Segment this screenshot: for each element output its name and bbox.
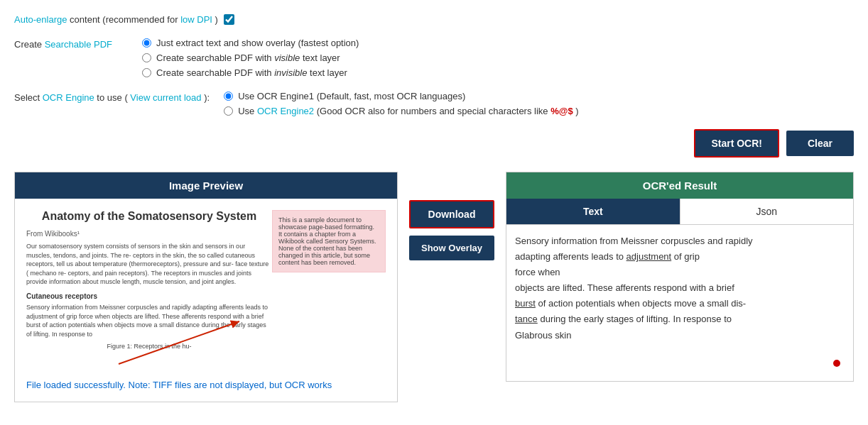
pdf-option-1: Just extract text and show overlay (fast… <box>142 38 359 48</box>
engine-option-1-label: Use OCR Engine1 (Default, fast, most OCR… <box>238 91 465 101</box>
auto-enlarge-row: Auto-enlarge content (recommended for lo… <box>14 14 854 25</box>
engine-options-group: Use OCR Engine1 (Default, fast, most OCR… <box>224 91 578 116</box>
start-ocr-button[interactable]: Start OCR! <box>694 129 779 158</box>
ocr-text-line-2: adapting afferents leads to adjustment o… <box>515 251 700 262</box>
burst-underline: burst <box>515 298 536 309</box>
ocr-engine-row: Select OCR Engine to use ( View current … <box>14 91 854 116</box>
engine-option-1: Use OCR Engine1 (Default, fast, most OCR… <box>224 91 578 101</box>
adjustment-underline: adjustment <box>626 251 672 262</box>
ocr-tabs: Text Json <box>506 199 853 225</box>
ocr-text-line-3: force when <box>515 267 560 277</box>
clear-button[interactable]: Clear <box>786 131 854 156</box>
view-current-load-link[interactable]: View current load <box>130 92 201 103</box>
image-preview-header: Image Preview <box>15 172 397 199</box>
pdf-radio-2[interactable] <box>142 53 151 62</box>
pdf-radio-3[interactable] <box>142 68 151 77</box>
auto-enlarge-link[interactable]: Auto-enlarge <box>14 14 67 25</box>
main-panels: Image Preview Anatomy of the Somatosenso… <box>14 172 854 402</box>
arrow-area <box>26 350 386 371</box>
ocr-text-line-1: Sensory information from Meissner corpus… <box>515 236 753 246</box>
action-row: Start OCR! Clear <box>14 129 854 158</box>
ocr-result-panel: OCR'ed Result Text Json Sensory informat… <box>506 172 854 382</box>
document-section-title: Cutaneous receptors <box>26 292 272 300</box>
ocr-text-line-4: objects are lifted. These afferents resp… <box>515 282 734 293</box>
pdf-option-3: Create searchable PDF with invisible tex… <box>142 67 359 78</box>
engine-radio-2[interactable] <box>224 106 233 116</box>
auto-enlarge-checkbox[interactable] <box>224 14 234 25</box>
engine-option-2-label: Use OCR Engine2 (Good OCR also for numbe… <box>238 106 578 116</box>
tab-json[interactable]: Json <box>680 199 854 224</box>
image-preview-panel: Image Preview Anatomy of the Somatosenso… <box>14 172 398 402</box>
engine-radio-1[interactable] <box>224 92 233 101</box>
doc-side: This is a sample document to showcase pa… <box>272 210 386 350</box>
ocr-engine2-link[interactable]: OCR Engine2 <box>257 106 314 116</box>
pdf-option-3-label: Create searchable PDF with invisible tex… <box>156 67 347 78</box>
pdf-options-group: Just extract text and show overlay (fast… <box>142 38 359 78</box>
pdf-option-2-label: Create searchable PDF with visible text … <box>156 53 340 63</box>
download-button[interactable]: Download <box>409 200 494 228</box>
ocr-result-header: OCR'ed Result <box>506 172 853 199</box>
pdf-option-2: Create searchable PDF with visible text … <box>142 53 359 63</box>
tance-underline: tance <box>515 314 538 324</box>
ocr-text-line-6: tance during the early stages of lifting… <box>515 314 732 324</box>
overlay-note: This is a sample document to showcase pa… <box>272 210 386 272</box>
ocr-engine-link[interactable]: OCR Engine <box>43 92 94 103</box>
tab-text[interactable]: Text <box>506 199 680 224</box>
ocr-engine-label: Select OCR Engine to use ( View current … <box>14 92 210 103</box>
success-message: File loaded successfully. Note: TIFF fil… <box>26 380 386 390</box>
red-dot-indicator <box>833 360 840 367</box>
middle-panel: Download Show Overlay <box>409 200 494 260</box>
pdf-radio-1[interactable] <box>142 38 151 48</box>
ocr-result-content[interactable]: Sensory information from Meissner corpus… <box>506 225 853 381</box>
create-pdf-label: Create Searchable PDF <box>14 39 128 50</box>
engine-option-2: Use OCR Engine2 (Good OCR also for numbe… <box>224 106 578 116</box>
svg-line-1 <box>119 321 239 364</box>
ocr-text-line-5: burst of action potentials when objects … <box>515 298 746 309</box>
image-preview-content: Anatomy of the Somatosensory System From… <box>15 199 397 402</box>
document-body-text: Our somatosensory system consists of sen… <box>26 242 272 287</box>
document-title: Anatomy of the Somatosensory System <box>26 210 272 223</box>
create-pdf-row: Create Searchable PDF Just extract text … <box>14 38 854 78</box>
searchable-pdf-link[interactable]: Searchable PDF <box>45 39 112 50</box>
auto-enlarge-label: Auto-enlarge content (recommended for lo… <box>14 14 218 25</box>
special-chars: %@$ <box>550 106 573 116</box>
show-overlay-button[interactable]: Show Overlay <box>409 236 494 260</box>
ocr-text-line-7: Glabrous skin <box>515 330 571 341</box>
document-meta: From Wikibooks¹ <box>26 230 272 238</box>
arrow-svg <box>112 307 268 378</box>
low-dpi-link[interactable]: low DPI <box>180 14 212 25</box>
pdf-option-1-label: Just extract text and show overlay (fast… <box>156 38 359 48</box>
